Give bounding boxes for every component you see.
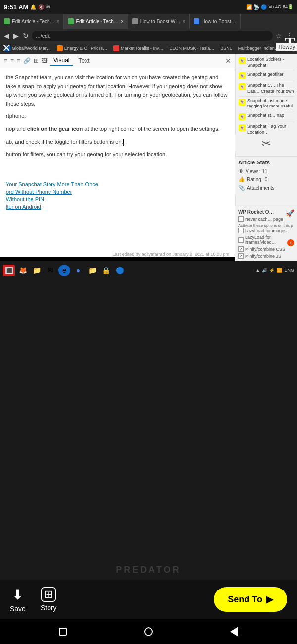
wp-never-cache-row: Never cach… page [238,216,286,222]
url-bar[interactable]: …/edit [32,31,273,41]
status-right: 📶 📡 🔵 Vo 4G 64🔋 [246,4,293,10]
wp-checkbox-3[interactable] [238,246,244,252]
format-link[interactable]: 🔗 [23,57,31,64]
taskbar-mail[interactable]: 📁 [31,265,43,276]
stat-views: 👁 Views: 11 [238,168,294,174]
snap-item-5: 👻 Snapchat st… nap [239,111,294,122]
close-button[interactable]: ✕ [2,43,11,54]
back-btn[interactable]: ◀ [3,32,10,40]
tab-close-3[interactable]: × [182,19,185,24]
views-icon: 👁 [238,168,244,174]
snap-item-1: 👻 Location Stickers - Snapchat [239,55,294,70]
notification-dot: 1 [287,239,294,246]
wp-checkbox-1[interactable] [238,228,244,233]
wp-never-cache-checkbox[interactable] [238,216,244,222]
browser-tab-2[interactable]: Edit Article · Tech… × [64,14,128,29]
wp-option-4: Minify/combine JS [238,253,294,259]
taskbar-mail2[interactable]: ✉ [45,265,56,276]
snap-text-5: Snapchat st… nap [248,113,284,119]
volte-icon: 4G [275,4,281,9]
wp-checkbox-2[interactable] [238,237,244,243]
nav-home-btn[interactable] [144,627,153,637]
story-action-btn[interactable]: ⊞ Story [41,587,57,612]
edit-toolbar: ≡ ≡ ≡ 🔗 ⊞ 🖼 Visual Text ✕ [0,54,235,68]
nav-back-btn[interactable] [229,627,239,637]
edit-tab-visual[interactable]: Visual [50,56,72,66]
taskbar-chrome[interactable]: ● [72,265,84,276]
related-link-3[interactable]: Without the PIN [6,196,229,202]
browser-tab-1[interactable]: Edit Article · Tech… × [0,14,64,29]
save-action-btn[interactable]: ⬇ Save [10,587,26,613]
bookmark-4[interactable]: ELON MUSK - Tesla… [167,45,217,51]
bluetooth-icon: 🔵 [261,4,267,10]
snap-item-4: 👻 Snapchat just made tagging lot more us… [239,97,294,111]
taskbar-lock[interactable]: 🔒 [100,265,112,276]
last-edited-text: Last edited by adityafarrad on January 8… [0,252,235,257]
scissors-area: ✂ [235,134,297,154]
format-image[interactable]: 🖼 [42,57,48,64]
status-left: 9:51 AM 🔔 🔇 ✉ [4,3,50,11]
taskbar-chrome2[interactable]: 🔵 [114,265,126,276]
bookmark-3[interactable]: Market Realist - Inv… [111,45,166,52]
editor-close-btn[interactable]: ✕ [225,57,231,65]
nav-square-btn[interactable] [58,627,68,637]
reload-btn[interactable]: ↻ [22,32,30,40]
status-time: 9:51 AM [4,3,28,11]
tray-power[interactable]: ⚡ [269,268,275,273]
snap-icon-3: 👻 [239,83,246,90]
article-stats-title: Article Stats [238,160,294,165]
editor-para-5: button for filters, you can try your geo… [6,150,229,159]
bookmark-favicon-3 [113,45,119,51]
bookmarks-bar: Global/World Mar… Energy & Oil Prices… M… [0,43,297,54]
taskbar: 🔳 🦊 📁 ✉ e ● 📁 🔒 🔵 ▲ 🔊 ⚡ 📶 ENG [0,261,297,280]
tab-close-2[interactable]: × [121,19,124,24]
format-align-right[interactable]: ≡ [17,57,20,64]
taskbar-folder[interactable]: 📁 [86,265,98,276]
snap-text-1: Location Stickers - Snapchat [248,57,294,68]
tab-favicon-3 [132,18,138,24]
attachment-icon: 📎 [238,185,245,191]
article-stats-panel: Article Stats 👁 Views: 11 👍 Rating: 0 📎 … [235,156,297,196]
edit-tab-text[interactable]: Text [76,56,93,65]
send-to-label: Send To [228,594,262,605]
editor-para-3: nop and click on the gear icon at the to… [6,125,229,134]
browser-tab-3[interactable]: How to Boost W… × [128,14,190,29]
taskbar-edge[interactable]: e [58,265,70,276]
snap-icon-6: 👻 [239,124,246,131]
taskbar-firefox[interactable]: 🦊 [17,265,29,276]
snap-icon-2: 👻 [239,72,246,79]
related-link-4[interactable]: lter on Android [6,204,229,210]
bookmark-6[interactable]: Multibagger Indian… [236,45,282,51]
snap-text-2: Snapchat geofilter [248,72,284,78]
wp-rocket-panel: WP Rocket O… 🚀 Never cach… page Activate… [235,206,297,263]
related-link-2[interactable]: ord Without Phone Number [6,189,229,195]
stat-rating: 👍 Rating: 0 [238,176,294,183]
format-align-center[interactable]: ≡ [10,57,14,64]
stat-attachments: 📎 Attachments [238,185,294,191]
editor-area[interactable]: the Snapchat team, you can visit the loc… [0,68,235,257]
star-btn[interactable]: ☆ [275,32,283,40]
tray-signal[interactable]: 📶 [277,268,282,273]
scissors-icon[interactable]: ✂ [262,137,271,150]
tray-sound[interactable]: 🔊 [262,268,267,273]
bottom-actions-bar: ⬇ Save ⊞ Story Send To ▶ [0,580,297,619]
wp-option-3: Minify/combine CSS [238,246,294,252]
format-align-left[interactable]: ≡ [4,57,7,64]
wp-checkbox-4[interactable] [238,253,244,259]
taskbar-right: ▲ 🔊 ⚡ 📶 ENG [256,268,294,273]
tab-close-1[interactable]: × [57,19,60,24]
browser-tab-4[interactable]: How to Boost… [190,14,240,29]
related-link-1[interactable]: Your Snapchat Story More Than Once [6,181,229,187]
nav-square-shape [59,628,67,636]
snap-text-4: Snapchat just made tagging lot more usef… [248,98,294,109]
tray-icon-up[interactable]: ▲ [256,268,260,273]
taskbar-start[interactable]: 🔳 [3,265,15,276]
send-to-button[interactable]: Send To ▶ [214,587,287,612]
forward-btn[interactable]: ▶ [12,32,20,40]
browser-tabs-row: Edit Article · Tech… × Edit Article · Te… [0,14,297,29]
snap-text-3: Snapchat C… The Eas… Create Your own [248,83,294,94]
bookmark-5[interactable]: BSNL [218,45,235,51]
bookmark-2[interactable]: Energy & Oil Prices… [54,45,110,52]
format-table[interactable]: ⊞ [34,57,39,64]
battery-icon: 64🔋 [283,4,293,9]
